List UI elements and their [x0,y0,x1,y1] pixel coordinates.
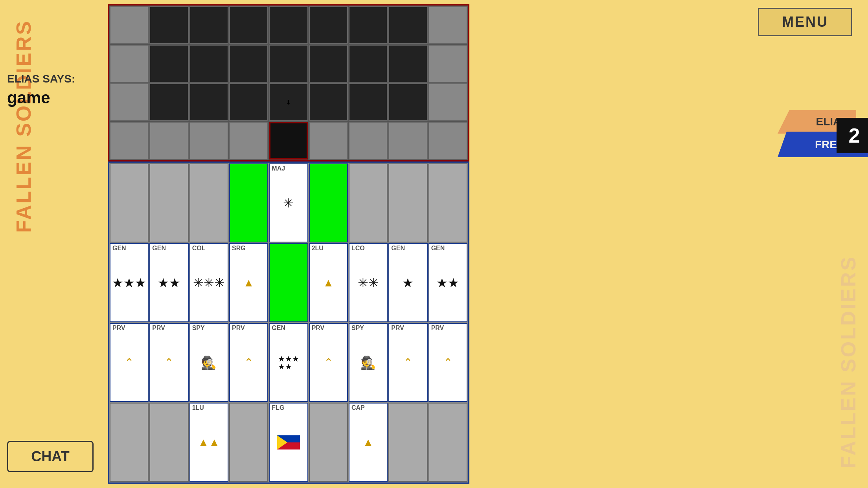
enemy-cell-r1c4[interactable] [269,45,308,83]
svg-point-3 [279,440,283,444]
pz-r3c5[interactable] [309,403,348,482]
pz-r2c6-spy2[interactable]: SPY 🕵 [349,323,388,402]
enemy-cell-r1c1[interactable] [149,45,188,83]
enemy-cell-r3c8[interactable] [428,122,467,160]
enemy-cell-r0c5[interactable] [309,6,348,44]
rank-prv5: PRV [391,325,404,331]
pz-r0c5-green[interactable] [309,163,348,242]
pz-r3c1[interactable] [149,403,188,482]
pz-r3c7[interactable] [388,403,427,482]
pz-r0c6[interactable] [349,163,388,242]
pz-r2c2-spy1[interactable]: SPY 🕵 [189,323,228,402]
pz-r3c4-flg[interactable]: FLG [269,403,308,482]
pz-r3c6-cap[interactable]: CAP ▲ [349,403,388,482]
enemy-cell-r3c6[interactable] [349,122,388,160]
elias-says-label: ELIAS SAYS: [7,73,101,85]
enemy-cell-r1c2[interactable] [189,45,228,83]
pz-r1c1-gen2[interactable]: GEN ★★ [149,243,188,322]
pz-r2c5-prv4[interactable]: PRV ⌃ [309,323,348,402]
gen1-symbol: ★ [402,277,414,289]
enemy-cell-r1c7[interactable] [388,45,427,83]
pz-r3c0[interactable] [110,403,149,482]
pz-r3c8[interactable] [428,403,467,482]
rank-prv1: PRV [112,325,125,331]
enemy-cell-r2c2[interactable] [189,83,228,121]
pz-r0c7[interactable] [388,163,427,242]
enemy-cell-r0c1[interactable] [149,6,188,44]
player-zone: MAJ ✳ GEN ★★★ GEN ★★ [108,161,469,484]
enemy-cell-r1c5[interactable] [309,45,348,83]
enemy-cell-r0c3[interactable] [229,6,268,44]
pz-r0c4-maj[interactable]: MAJ ✳ [269,163,308,242]
pz-r1c2-col[interactable]: COL ✳✳✳ [189,243,228,322]
pz-r2c7-prv5[interactable]: PRV ⌃ [388,323,427,402]
enemy-cell-r2c7[interactable] [388,83,427,121]
enemy-cell-r2c0[interactable] [110,83,149,121]
pz-r1c8-gen2b[interactable]: GEN ★★ [428,243,467,322]
enemy-cell-r3c2[interactable] [189,122,228,160]
2lu-symbol: ▲ [323,277,334,288]
pz-r1c5-2lu[interactable]: 2LU ▲ [309,243,348,322]
pz-r2c8-prv6[interactable]: PRV ⌃ [428,323,467,402]
enemy-cell-r1c3[interactable] [229,45,268,83]
rank-spy1: SPY [192,325,205,331]
enemy-cell-r2c5[interactable] [309,83,348,121]
gen2-stars: ★★ [158,277,180,289]
rank-spy2: SPY [351,325,364,331]
enemy-cell-r0c8[interactable] [428,6,467,44]
enemy-cell-r0c6[interactable] [349,6,388,44]
enemy-cell-r3c1[interactable] [149,122,188,160]
pz-r2c0-prv1[interactable]: PRV ⌃ [110,323,149,402]
enemy-cell-r3c7[interactable] [388,122,427,160]
rank-gen4: GEN [431,245,445,251]
game-board: ⬇ MAJ ✳ [108,4,469,484]
pz-r3c3[interactable] [229,403,268,482]
fallen-soldiers-right-label: FALLEN SOLDIERS [837,255,860,468]
gen2b-symbol: ★★ [436,277,459,289]
rank-gen1: GEN [112,245,126,251]
rank-gen2: GEN [152,245,166,251]
enemy-cell-r2c6[interactable] [349,83,388,121]
enemy-cell-r0c7[interactable] [388,6,427,44]
prv3-symbol: ⌃ [244,357,253,368]
pz-r0c2[interactable] [189,163,228,242]
enemy-cell-r0c4[interactable] [269,6,308,44]
pz-r1c0-gen3[interactable]: GEN ★★★ [110,243,149,322]
maj-symbol: ✳ [283,197,294,209]
enemy-cell-r2c3[interactable] [229,83,268,121]
1lu-symbol: ▲▲ [198,437,220,448]
prv1-symbol: ⌃ [125,357,134,368]
score-widget: ELIAS FREDDY 2 [750,110,868,181]
enemy-cell-r1c0[interactable] [110,45,149,83]
pz-r0c3-green[interactable] [229,163,268,242]
pz-r3c2-1lu[interactable]: 1LU ▲▲ [189,403,228,482]
pz-r1c3-srg[interactable]: SRG ▲ [229,243,268,322]
menu-button[interactable]: MENU [758,8,852,36]
pz-r2c4-gen5[interactable]: GEN ★★★★★ [269,323,308,402]
chat-button[interactable]: CHAT [7,441,94,472]
enemy-cell-r0c0[interactable] [110,6,149,44]
enemy-cell-r1c8[interactable] [428,45,467,83]
pz-r1c7-gen1[interactable]: GEN ★ [388,243,427,322]
enemy-cell-r3c5[interactable] [309,122,348,160]
enemy-cell-r2c1[interactable] [149,83,188,121]
pz-r0c0[interactable] [110,163,149,242]
prv4-symbol: ⌃ [324,357,333,368]
enemy-cell-r3c0[interactable] [110,122,149,160]
enemy-cell-r0c2[interactable] [189,6,228,44]
enemy-cell-r2c8[interactable] [428,83,467,121]
enemy-cell-r3c4-selected[interactable] [269,122,308,160]
pz-r0c8[interactable] [428,163,467,242]
pz-r0c1[interactable] [149,163,188,242]
pz-r2c1-prv2[interactable]: PRV ⌃ [149,323,188,402]
rank-srg: SRG [232,245,246,251]
rank-1lu: 1LU [192,405,204,411]
left-panel: FALLEN SOLDIERS ELIAS SAYS: game CHAT [0,0,104,488]
enemy-cell-r2c4-arrow[interactable]: ⬇ [269,83,308,121]
prv6-symbol: ⌃ [443,357,452,368]
enemy-cell-r1c6[interactable] [349,45,388,83]
enemy-cell-r3c3[interactable] [229,122,268,160]
pz-r1c4-green[interactable] [269,243,308,322]
pz-r2c3-prv3[interactable]: PRV ⌃ [229,323,268,402]
pz-r1c6-lco[interactable]: LCO ✳✳ [349,243,388,322]
